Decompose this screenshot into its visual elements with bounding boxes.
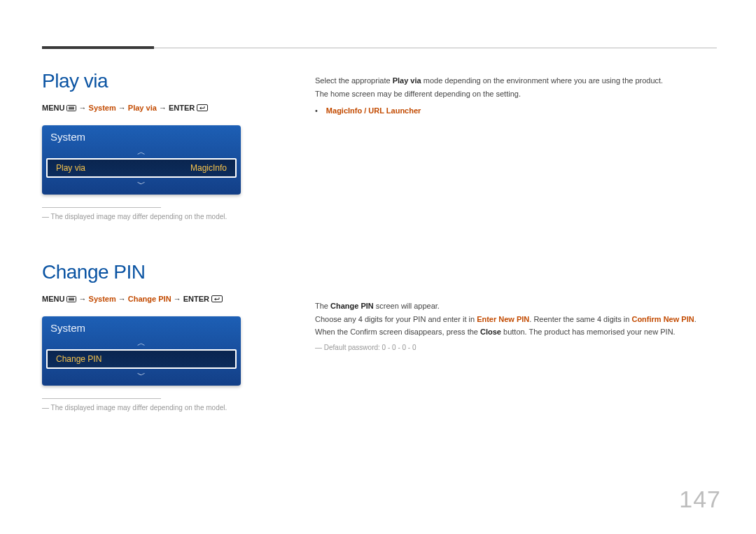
enter-icon: [197, 104, 208, 113]
text: mode depending on the environment where …: [421, 76, 664, 85]
page: Play via MENU → System → Play via → ENTE…: [0, 0, 756, 534]
osd-header: System: [42, 125, 241, 146]
menu-label: MENU: [42, 295, 66, 303]
playvia-desc2: The home screen may be different dependi…: [315, 87, 717, 101]
path-arrow: →: [116, 104, 128, 112]
path-arrow: →: [76, 295, 88, 303]
enter-new-pin: Enter New PIN: [477, 315, 529, 323]
right-column: Select the appropriate Play via mode dep…: [315, 70, 717, 413]
changepin-osd: System ︿ Change PIN ﹀: [42, 316, 241, 386]
enter-label: ENTER: [169, 104, 197, 112]
path-arrow: →: [157, 104, 169, 112]
text: When the Confirm screen disappears, pres…: [315, 328, 480, 336]
left-column: Play via MENU → System → Play via → ENTE…: [42, 70, 273, 413]
confirm-new-pin: Confirm New PIN: [631, 315, 694, 323]
footnote-divider: [42, 207, 161, 208]
changepin-bold: Change PIN: [330, 302, 374, 310]
changepin-p2: Choose any 4 digits for your PIN and ent…: [315, 313, 717, 326]
osd-spacer: [42, 190, 241, 195]
content-columns: Play via MENU → System → Play via → ENTE…: [42, 48, 717, 413]
path-item: Play via: [128, 104, 157, 112]
path-system: System: [89, 104, 116, 112]
path-item: Change PIN: [128, 295, 172, 303]
playvia-desc1: Select the appropriate Play via mode dep…: [315, 74, 717, 87]
text: screen will appear.: [374, 302, 440, 310]
bullet-icon: •: [315, 104, 318, 118]
text: button. The product has memorised your n…: [501, 328, 676, 336]
changepin-block: Change PIN MENU → System → Change PIN → …: [42, 261, 273, 413]
osd-header: System: [42, 316, 241, 337]
osd-item-value: MagicInfo: [190, 163, 227, 173]
enter-label: ENTER: [183, 295, 211, 303]
chevron-up-icon: ︿: [137, 146, 146, 157]
playvia-menu-path: MENU → System → Play via → ENTER: [42, 104, 273, 113]
chevron-up-icon: ︿: [137, 337, 146, 349]
playvia-option: MagicInfo / URL Launcher: [326, 104, 421, 118]
playvia-bold: Play via: [393, 76, 421, 85]
playvia-title: Play via: [42, 70, 273, 92]
text: . Reenter the same 4 digits in: [529, 315, 631, 323]
osd-item-label: Play via: [56, 163, 85, 173]
header-marker: [42, 46, 154, 49]
page-number: 147: [679, 486, 721, 513]
menu-icon: [66, 295, 76, 304]
osd-up-row: ︿: [42, 337, 241, 349]
osd-selected-item: Change PIN: [46, 349, 237, 369]
chevron-down-icon: ﹀: [137, 370, 146, 381]
changepin-p1: The Change PIN screen will appear.: [315, 300, 717, 313]
chevron-down-icon: ﹀: [137, 178, 146, 190]
text: The: [315, 302, 330, 310]
changepin-footnote: The displayed image may differ depending…: [42, 403, 273, 413]
osd-selected-item: Play via MagicInfo: [46, 158, 237, 178]
path-system: System: [89, 295, 116, 303]
menu-icon: [66, 104, 76, 113]
osd-spacer: [42, 381, 241, 386]
changepin-menu-path: MENU → System → Change PIN → ENTER: [42, 295, 273, 304]
path-arrow: →: [76, 104, 88, 112]
text: Choose any 4 digits for your PIN and ent…: [315, 315, 477, 323]
playvia-footnote: The displayed image may differ depending…: [42, 212, 273, 222]
osd-up-row: ︿: [42, 146, 241, 158]
path-arrow: →: [172, 295, 183, 303]
playvia-option-row: • MagicInfo / URL Launcher: [315, 104, 717, 118]
close-bold: Close: [480, 328, 501, 336]
playvia-osd: System ︿ Play via MagicInfo ﹀: [42, 125, 241, 195]
text: .: [694, 315, 696, 323]
osd-down-row: ﹀: [42, 369, 241, 381]
osd-item-label: Change PIN: [56, 354, 102, 364]
vertical-gap: [315, 118, 717, 300]
enter-icon: [211, 295, 223, 304]
menu-label: MENU: [42, 104, 66, 112]
footnote-divider: [42, 398, 161, 399]
osd-down-row: ﹀: [42, 178, 241, 190]
changepin-title: Change PIN: [42, 261, 273, 283]
changepin-p3: When the Confirm screen disappears, pres…: [315, 325, 717, 339]
default-password-note: Default password: 0 - 0 - 0 - 0: [315, 343, 717, 353]
text: Select the appropriate: [315, 76, 393, 85]
path-arrow: →: [116, 295, 128, 303]
